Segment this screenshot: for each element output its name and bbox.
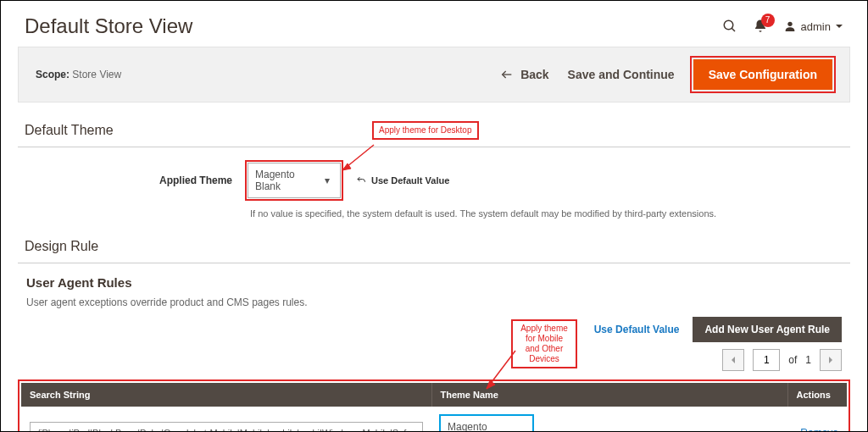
design-rule-title: Design Rule xyxy=(1,219,867,263)
remove-rule-link[interactable]: Remove xyxy=(800,427,838,432)
annotation-arrow-icon xyxy=(480,348,522,395)
top-icons: 7 admin xyxy=(722,19,843,34)
pager-of-label: of xyxy=(788,354,797,366)
table-row: Magento Luma ▾ Remove xyxy=(21,407,847,432)
svg-line-1 xyxy=(732,28,735,31)
arrow-left-icon xyxy=(500,68,514,81)
applied-theme-note: If no value is specified, the system def… xyxy=(1,203,867,219)
pager-total: 1 xyxy=(805,354,811,366)
chevron-down-icon: ▾ xyxy=(321,174,333,186)
page-title: Default Store View xyxy=(25,14,192,38)
svg-point-0 xyxy=(724,20,733,30)
applied-theme-label: Applied Theme xyxy=(25,174,232,186)
admin-username: admin xyxy=(801,20,831,33)
scope-value: Store View xyxy=(72,69,121,80)
admin-user-menu[interactable]: admin xyxy=(783,19,843,33)
col-search-string: Search String xyxy=(21,383,431,407)
user-agent-rules-table-wrap: Search String Theme Name Actions Magento… xyxy=(18,379,850,432)
annotation-arrow-icon xyxy=(336,143,378,177)
scope-bar: Scope: Store View Back Save and Continue… xyxy=(18,47,850,102)
user-agent-rules-title: User Agent Rules xyxy=(1,263,867,293)
pager: of 1 xyxy=(1,349,867,378)
search-string-input[interactable] xyxy=(30,422,423,432)
applied-theme-row: Applied Theme Magento Blank ▾ Use Defaul… xyxy=(1,147,867,203)
svg-point-2 xyxy=(787,22,792,26)
notifications-badge: 7 xyxy=(761,14,775,27)
applied-theme-select[interactable]: Magento Blank ▾ xyxy=(248,163,341,198)
search-icon[interactable] xyxy=(722,19,737,34)
top-bar: Default Store View 7 admin xyxy=(1,1,867,47)
back-button[interactable]: Back xyxy=(500,68,548,81)
annotation-desktop-callout: Apply theme for Desktop xyxy=(372,121,479,140)
user-agent-rules-desc: User agent exceptions override product a… xyxy=(1,293,867,317)
save-continue-button[interactable]: Save and Continue xyxy=(568,68,675,81)
col-actions: Actions xyxy=(787,383,847,407)
notifications-icon[interactable]: 7 xyxy=(753,19,768,34)
chevron-down-icon: ▾ xyxy=(514,427,526,432)
scope-label: Scope: xyxy=(36,69,70,80)
rules-toolbar: Use Default Value Add New User Agent Rul… xyxy=(1,317,867,349)
scope-indicator: Scope: Store View xyxy=(36,69,121,80)
pager-page-input[interactable] xyxy=(753,349,780,371)
add-user-agent-rule-button[interactable]: Add New User Agent Rule xyxy=(693,317,842,342)
pager-prev-button[interactable] xyxy=(722,349,744,371)
pager-next-button[interactable] xyxy=(820,349,842,371)
save-configuration-button[interactable]: Save Configuration xyxy=(693,59,832,90)
theme-name-select[interactable]: Magento Luma ▾ xyxy=(440,415,533,432)
use-default-value-link[interactable]: Use Default Value xyxy=(594,324,680,335)
svg-marker-7 xyxy=(487,380,495,389)
user-agent-rules-table: Search String Theme Name Actions Magento… xyxy=(21,383,847,432)
